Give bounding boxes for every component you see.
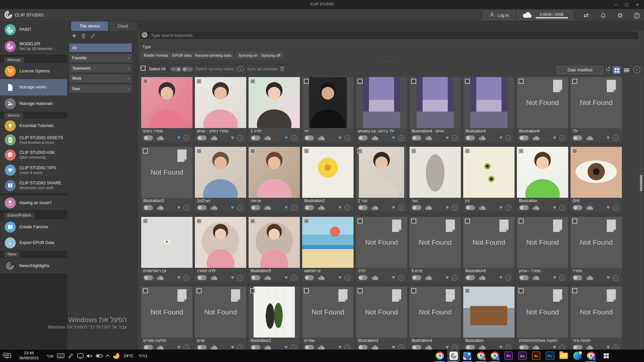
type-filter-syncing-on[interactable]: Syncing on xyxy=(235,52,261,59)
search-input[interactable] xyxy=(150,33,636,38)
card-checkbox[interactable] xyxy=(304,79,309,84)
scrollbar-handle[interactable] xyxy=(640,175,642,191)
card-detail-chevron[interactable]: › xyxy=(183,135,189,141)
card-detail-chevron[interactable]: › xyxy=(183,345,189,350)
folder-item-new[interactable]: New› xyxy=(69,84,132,93)
favorite-heart-icon[interactable]: ♥ xyxy=(499,275,503,280)
card-detail-chevron[interactable]: › xyxy=(559,345,565,350)
card-sync-toggle[interactable] xyxy=(519,345,529,350)
taskbar-clock[interactable]: 23:49 06/09/2023 xyxy=(15,351,42,361)
weather-label[interactable]: בהיר xyxy=(136,350,150,362)
card-checkbox[interactable] xyxy=(358,219,363,224)
sidebar-item-create-fanzine[interactable]: Create Fanzine xyxy=(0,219,67,235)
cloud-sync-icon[interactable] xyxy=(586,275,594,281)
sort-direction-icon[interactable]: ↓ AZ xyxy=(605,66,610,72)
work-card[interactable]: Not FoundIllustration3♥› xyxy=(141,147,193,212)
close-button[interactable]: × xyxy=(633,1,642,9)
cloud-sync-icon[interactable] xyxy=(210,135,218,141)
sidebar-item-manage-materials[interactable]: Manage materials xyxy=(0,96,67,112)
cloud-storage-button[interactable]: 0.00GB / 10GB xyxy=(517,11,573,20)
work-card[interactable]: נער♥› xyxy=(410,147,461,212)
cloud-sync-icon[interactable] xyxy=(264,275,272,281)
maximize-button[interactable]: ▢ xyxy=(622,1,631,9)
work-card[interactable]: Illustration♥› xyxy=(517,147,568,212)
language-indicator[interactable]: עבר xyxy=(45,350,55,362)
card-checkbox[interactable] xyxy=(519,288,524,293)
card-checkbox[interactable] xyxy=(197,219,202,224)
card-detail-chevron[interactable]: › xyxy=(291,275,297,281)
card-sync-toggle[interactable] xyxy=(358,205,368,210)
card-checkbox[interactable] xyxy=(197,288,202,293)
card-sync-toggle[interactable] xyxy=(573,205,582,210)
card-sync-toggle[interactable] xyxy=(412,135,421,140)
cloud-sync-icon[interactable] xyxy=(371,135,379,141)
card-checkbox[interactable] xyxy=(358,148,363,154)
card-detail-chevron[interactable]: › xyxy=(398,205,404,210)
work-card[interactable]: Not FoundIllustration6♥› xyxy=(463,217,515,282)
collapse-panel-chevron[interactable]: › xyxy=(633,66,640,73)
card-sync-toggle[interactable] xyxy=(144,135,153,140)
cloud-sync-icon[interactable] xyxy=(425,135,433,141)
card-sync-toggle[interactable] xyxy=(251,275,260,280)
favorite-heart-icon[interactable]: ♥ xyxy=(607,275,610,280)
card-detail-chevron[interactable]: › xyxy=(344,275,350,281)
select-all-checkbox[interactable] xyxy=(141,66,146,71)
settings-gear-icon[interactable] xyxy=(616,11,624,19)
card-detail-chevron[interactable]: › xyxy=(291,135,297,141)
card-checkbox[interactable] xyxy=(250,288,255,293)
cloud-sync-icon[interactable] xyxy=(425,275,433,281)
folder-item-work[interactable]: Work› xyxy=(69,74,132,83)
work-card[interactable]: Not Foundפנים 5♥› xyxy=(410,217,461,282)
card-detail-chevron[interactable]: › xyxy=(398,135,404,141)
cloud-sync-icon[interactable] xyxy=(156,135,164,141)
work-card[interactable]: Not Foundסמדר♥› xyxy=(571,217,622,282)
sidebar-item-manage-works[interactable]: Manage works xyxy=(0,79,67,96)
card-detail-chevron[interactable]: › xyxy=(237,345,243,350)
card-sync-toggle[interactable] xyxy=(197,135,207,140)
add-icon[interactable]: + xyxy=(70,32,78,40)
syncing-on-toggle[interactable]: ON xyxy=(170,67,181,72)
favorite-heart-icon[interactable]: ♥ xyxy=(231,275,234,280)
card-detail-chevron[interactable]: › xyxy=(505,275,511,281)
card-detail-chevron[interactable]: › xyxy=(398,345,404,350)
favorite-heart-icon[interactable]: ♥ xyxy=(285,345,288,350)
favorite-heart-icon[interactable]: ♥ xyxy=(607,205,610,210)
card-checkbox[interactable] xyxy=(143,148,148,154)
card-detail-chevron[interactable]: › xyxy=(505,345,511,350)
sync-transfer-icon[interactable]: ⇄ xyxy=(582,11,590,19)
card-sync-toggle[interactable] xyxy=(466,135,475,140)
card-checkbox[interactable] xyxy=(411,79,416,84)
card-sync-toggle[interactable] xyxy=(144,205,153,210)
work-card[interactable]: GHI♥› xyxy=(571,147,622,212)
card-sync-toggle[interactable] xyxy=(519,135,529,140)
card-sync-toggle[interactable] xyxy=(251,135,260,140)
syncing-off-toggle[interactable]: OFF xyxy=(182,67,193,72)
card-checkbox[interactable] xyxy=(250,219,255,224)
work-card[interactable]: סמדר ניסים - עותק♥› xyxy=(195,77,246,142)
cloud-sync-icon[interactable] xyxy=(156,275,164,281)
taskbar-app-chrome-profile-orange[interactable] xyxy=(475,350,487,362)
card-checkbox[interactable] xyxy=(465,219,470,224)
taskbar-app-chrome-profile-purple[interactable] xyxy=(585,350,597,362)
card-checkbox[interactable] xyxy=(197,79,202,84)
favorite-heart-icon[interactable]: ♥ xyxy=(231,205,234,210)
card-sync-toggle[interactable] xyxy=(144,275,153,280)
card-sync-toggle[interactable] xyxy=(197,205,207,210)
card-checkbox[interactable] xyxy=(411,219,416,224)
cloud-sync-icon[interactable] xyxy=(532,204,540,210)
card-sync-toggle[interactable] xyxy=(197,345,207,350)
type-filter-syncing-off[interactable]: Syncing off xyxy=(258,52,283,59)
card-checkbox[interactable] xyxy=(465,79,470,84)
sidebar-item-clip-studio-share[interactable]: CLIP STUDIO SHAREShowcase your work xyxy=(0,178,67,193)
card-sync-toggle[interactable] xyxy=(358,135,368,140)
notifications-icon[interactable] xyxy=(599,11,607,19)
card-detail-chevron[interactable]: › xyxy=(237,205,243,210)
taskbar-app-photoshop[interactable]: Ps xyxy=(543,350,556,362)
card-detail-chevron[interactable]: › xyxy=(613,275,619,281)
help-icon[interactable]: ? xyxy=(633,11,641,19)
card-checkbox[interactable] xyxy=(358,288,363,293)
card-sync-toggle[interactable] xyxy=(466,205,475,210)
taskbar-app-edge[interactable] xyxy=(571,350,584,362)
tab-cloud[interactable]: Cloud xyxy=(109,21,137,31)
cloud-sync-icon[interactable] xyxy=(586,135,594,141)
